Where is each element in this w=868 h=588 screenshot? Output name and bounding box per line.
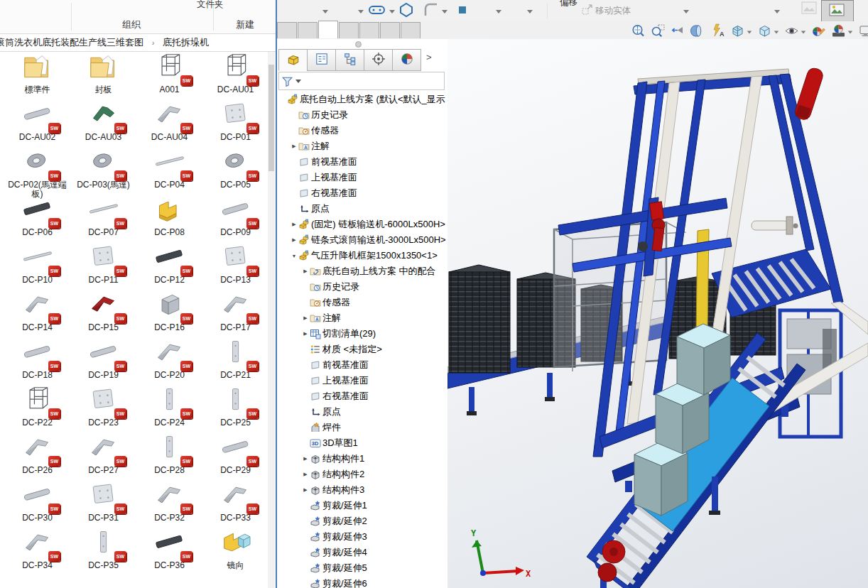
feature-tree-item[interactable]: 结构构件1 xyxy=(277,451,446,467)
scrollbar-thumb[interactable] xyxy=(268,65,274,171)
file-item-標準件[interactable]: 標準件 xyxy=(4,54,70,102)
file-item-DC-P30[interactable]: SW DC-P30 xyxy=(4,482,70,530)
feature-tree-item[interactable]: 材质 <未指定> xyxy=(277,342,446,357)
feature-tree-item[interactable]: 历史记录 xyxy=(277,107,446,123)
hud-zoom-to-fit-button[interactable] xyxy=(631,23,646,41)
feature-tree-item[interactable]: 结构构件3 xyxy=(277,482,446,498)
expand-arrow-icon[interactable] xyxy=(290,237,298,243)
panel-tabs-overflow-button[interactable]: > xyxy=(426,52,432,62)
file-item-A001[interactable]: SW A001 xyxy=(136,54,202,102)
file-item-DC-P16[interactable]: SW DC-P16 xyxy=(136,292,202,339)
file-item-DC-P23[interactable]: SW DC-P23 xyxy=(70,387,136,435)
expand-arrow-icon[interactable] xyxy=(301,456,310,462)
feature-tree-item[interactable]: 上视基准面 xyxy=(277,170,446,185)
file-item-DC-P09[interactable]: SW DC-P09 xyxy=(202,197,268,244)
file-item-DC-P26[interactable]: SW DC-P26 xyxy=(4,435,70,482)
file-item-DC-P19[interactable]: SW DC-P19 xyxy=(70,339,136,387)
breadcrumb-root[interactable]: 滚筒洗衣机底托装配生产线三维套图 xyxy=(0,37,143,48)
hud-section-view-button[interactable] xyxy=(690,23,705,41)
dropdown-caret-icon[interactable] xyxy=(442,10,447,13)
screenshot-button[interactable] xyxy=(821,0,854,21)
file-item-DC-P31[interactable]: SW DC-P31 xyxy=(70,482,136,530)
feature-tree-item[interactable]: 3D 3D草图1 xyxy=(277,435,446,451)
feature-tree-item[interactable]: 结构构件2 xyxy=(277,467,446,482)
feature-tree-item[interactable]: 剪裁/延伸2 xyxy=(277,513,446,529)
file-item-DC-P03(馬達)[interactable]: SW DC-P03(馬達) xyxy=(70,149,136,197)
file-item-DC-P17[interactable]: SW DC-P17 xyxy=(202,292,268,339)
file-item-DC-P27[interactable]: SW DC-P27 xyxy=(70,435,136,482)
feature-tree-item[interactable]: (固定) 链板输送机-6000Lx500H> xyxy=(277,217,446,232)
hud-edit-appearance-button[interactable] xyxy=(811,23,826,41)
feature-tree-item[interactable]: 原点 xyxy=(277,404,446,420)
polygon-tool-icon[interactable] xyxy=(398,2,415,18)
file-item-DC-P35[interactable]: SW DC-P35 xyxy=(70,530,136,577)
file-item-DC-P21[interactable]: SW DC-P21 xyxy=(202,339,268,387)
feature-tree-item[interactable]: 底托自动上线方案 中的配合 xyxy=(277,263,446,279)
file-item-DC-AU01[interactable]: SW DC-AU01 xyxy=(202,54,268,102)
ribbon-tab-SOLIDWORKS 插件[interactable] xyxy=(380,22,400,38)
explorer-scrollbar[interactable] xyxy=(268,52,275,588)
move-entities-button[interactable]: 移动实体 xyxy=(595,5,631,17)
file-item-DC-P13[interactable]: SW DC-P13 xyxy=(202,244,268,292)
ribbon-tab-布局[interactable] xyxy=(298,22,318,38)
feature-tree-item[interactable]: 剪裁/延伸3 xyxy=(277,529,446,545)
feature-tree-item[interactable]: 切割清单(29) xyxy=(277,326,446,342)
configurationmanager-tab[interactable] xyxy=(335,49,364,71)
point-tool-icon[interactable] xyxy=(457,5,467,15)
slot-tool-icon[interactable] xyxy=(368,4,386,16)
assembly-model[interactable]: Y X xyxy=(447,39,868,588)
file-item-DC-P08[interactable]: DC-P08 xyxy=(136,197,202,244)
dropdown-caret-icon[interactable] xyxy=(496,10,501,13)
feature-tree-item[interactable]: 原点 xyxy=(277,201,446,217)
file-item-DC-P10[interactable]: SW DC-P10 xyxy=(4,244,70,292)
displaymanager-tab[interactable] xyxy=(392,49,421,71)
ribbon-tab-装配体[interactable] xyxy=(277,22,297,38)
feature-tree-item[interactable]: 历史记录 xyxy=(277,279,446,295)
file-item-DC-P28[interactable]: SW DC-P28 xyxy=(136,435,202,482)
feature-tree-item[interactable]: 剪裁/延伸1 xyxy=(277,498,446,513)
tree-scroll-up-arrow[interactable]: ▲ xyxy=(436,94,443,102)
graphics-viewport[interactable]: Y X xyxy=(447,39,868,588)
file-item-DC-P32[interactable]: SW DC-P32 xyxy=(136,482,202,530)
feature-tree-item[interactable]: 右视基准面 xyxy=(277,388,446,404)
panel-splitter-handle[interactable] xyxy=(355,41,362,48)
file-item-DC-AU03[interactable]: SW DC-AU03 xyxy=(70,102,136,149)
file-item-DC-P05[interactable]: SW DC-P05 xyxy=(202,149,268,197)
file-item-DC-P25[interactable]: SW DC-P25 xyxy=(202,387,268,435)
feature-tree-item[interactable]: 气压升降机框架1500x1350<1> xyxy=(277,248,446,263)
expand-arrow-icon[interactable] xyxy=(290,143,298,149)
file-item-DC-P34[interactable]: SW DC-P34 xyxy=(4,530,70,577)
file-item-镜向[interactable]: 镜向 xyxy=(202,530,268,577)
feature-tree-item[interactable]: 链条式滚筒输送机-3000Lx500H> xyxy=(277,232,446,248)
expand-arrow-icon[interactable] xyxy=(301,487,310,493)
hud-view-settings-button[interactable] xyxy=(858,23,868,41)
feature-tree-item[interactable]: 底托自动上线方案 (默认<默认_显示 xyxy=(277,92,446,107)
expand-arrow-icon[interactable] xyxy=(301,472,310,477)
file-item-DC-P02(馬達端板)[interactable]: SW DC-P02(馬達端板) xyxy=(4,149,70,197)
hud-apply-scene-button[interactable] xyxy=(831,23,853,41)
feature-tree-item[interactable]: 焊件 xyxy=(277,420,446,435)
expand-arrow-icon[interactable] xyxy=(301,268,310,274)
file-item-DC-P15[interactable]: SW DC-P15 xyxy=(70,292,136,339)
file-item-DC-P20[interactable]: SW DC-P20 xyxy=(136,339,202,387)
new-folder-button[interactable]: 文件夹 xyxy=(197,0,224,11)
dropdown-caret-icon[interactable] xyxy=(358,10,364,13)
file-item-DC-P01[interactable]: SW DC-P01 xyxy=(202,102,268,149)
feature-tree-item[interactable]: 剪裁/延伸4 xyxy=(277,545,446,560)
dimxpertmanager-tab[interactable] xyxy=(364,49,393,71)
dropdown-caret-icon[interactable] xyxy=(527,10,533,13)
hud-view-annotations-button[interactable]: A xyxy=(710,23,725,41)
dropdown-caret-icon[interactable] xyxy=(683,10,689,13)
expand-arrow-icon[interactable] xyxy=(301,331,310,337)
lift-cylinder-red[interactable] xyxy=(793,67,825,121)
hud-display-style-button[interactable] xyxy=(757,23,779,41)
file-item-DC-P14[interactable]: SW DC-P14 xyxy=(4,292,70,339)
organize-button[interactable]: 组织 xyxy=(122,18,141,31)
file-item-DC-P24[interactable]: SW DC-P24 xyxy=(136,387,202,435)
propertymanager-tab[interactable] xyxy=(307,49,336,71)
file-item-封板[interactable]: 封板 xyxy=(70,54,136,102)
feature-tree-item[interactable]: A 注解 xyxy=(277,310,446,326)
hud-view-orientation-button[interactable] xyxy=(730,23,752,41)
tree-filter-bar[interactable] xyxy=(278,72,445,90)
offset-tool-label[interactable]: 偏移 xyxy=(560,0,577,9)
